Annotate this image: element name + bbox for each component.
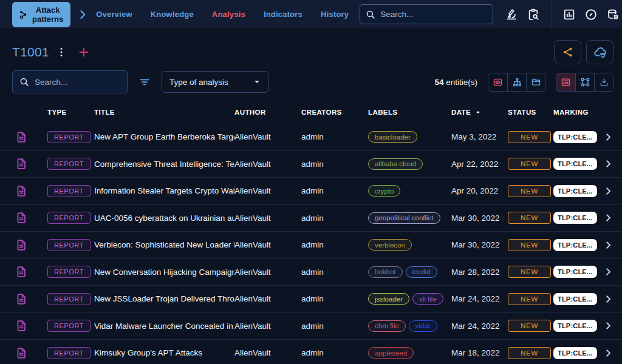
- table-header-row: TYPETITLEAUTHORCREATORSLABELSDATESTATUSM…: [0, 101, 622, 124]
- table-row[interactable]: REPORTNew Conversation Hijacking Campaig…: [0, 259, 622, 286]
- type-chip: REPORT: [47, 239, 91, 251]
- chevron-right-icon[interactable]: [603, 348, 613, 359]
- title-cell: New APT Group Earth Berberoka Targets ..…: [94, 132, 234, 141]
- table-row[interactable]: REPORTKimsuky Group's APT AttacksAlienVa…: [0, 340, 622, 364]
- creators-cell: admin: [301, 348, 368, 357]
- chevron-right-icon[interactable]: [603, 320, 613, 331]
- column-header-type[interactable]: TYPE: [47, 109, 94, 116]
- label-chip[interactable]: crypto: [368, 185, 400, 197]
- tab-analysis[interactable]: Analysis: [212, 10, 245, 19]
- entity-type-chip[interactable]: Attack patterns: [12, 2, 70, 27]
- view-buttons-group: [556, 73, 613, 92]
- breadcrumb-chevron-icon: [77, 8, 89, 21]
- status-chip: NEW: [508, 347, 551, 359]
- label-chip[interactable]: verblecon: [368, 239, 412, 251]
- labels-cell: alibaba cloud: [368, 158, 451, 170]
- clipboard-search-icon[interactable]: [524, 5, 543, 24]
- creators-cell: admin: [301, 322, 368, 331]
- tab-history[interactable]: History: [321, 10, 349, 19]
- cloud-sync-icon[interactable]: [586, 40, 613, 64]
- topbar-divider: [552, 0, 552, 29]
- label-chip[interactable]: geopolitical conflict: [368, 212, 440, 224]
- table-row[interactable]: REPORTInformation Stealer Targets Crypto…: [0, 178, 622, 205]
- column-header-author[interactable]: AUTHOR: [234, 109, 301, 116]
- list-search-input[interactable]: [35, 78, 121, 87]
- filter-icon[interactable]: [138, 75, 151, 89]
- table-row[interactable]: REPORTVidar Malware Launcher Concealed i…: [0, 313, 622, 340]
- title-cell: Information Stealer Targets Crypto Walle…: [94, 186, 234, 195]
- creators-cell: admin: [301, 268, 368, 277]
- column-header-creators[interactable]: CREATORS: [301, 109, 368, 116]
- share-icon[interactable]: [554, 40, 581, 64]
- label-chip[interactable]: appleseed: [368, 347, 414, 359]
- author-cell: AlienVault: [234, 322, 301, 331]
- label-chip[interactable]: xll file: [412, 293, 443, 305]
- type-chip: REPORT: [47, 347, 91, 359]
- marking-chip: TLP:CLE...: [553, 212, 597, 224]
- table-row[interactable]: REPORTNew APT Group Earth Berberoka Targ…: [0, 124, 622, 151]
- label-chip[interactable]: vidar: [409, 320, 437, 332]
- kebab-menu-icon[interactable]: [55, 46, 67, 58]
- type-of-analysis-select[interactable]: Type of analysis: [162, 71, 268, 93]
- chevron-right-icon[interactable]: [603, 212, 613, 223]
- tab-indicators[interactable]: Indicators: [264, 10, 302, 19]
- entity-count-label: entitie(s): [446, 78, 477, 87]
- chevron-right-icon[interactable]: [603, 240, 613, 251]
- investigations-icon[interactable]: [502, 5, 521, 24]
- download-icon[interactable]: [594, 73, 613, 91]
- column-header-status[interactable]: STATUS: [508, 109, 553, 116]
- column-header-marking[interactable]: MARKING: [553, 109, 598, 116]
- entity-count: 54 entitie(s): [434, 78, 477, 87]
- global-search-input[interactable]: [380, 10, 488, 19]
- global-search: [360, 4, 493, 24]
- label-chip[interactable]: chm file: [368, 320, 406, 332]
- dashboards-icon[interactable]: [559, 5, 579, 24]
- page-header: T1001: [0, 29, 622, 64]
- chevron-right-icon[interactable]: [603, 294, 613, 305]
- author-cell: AlienVault: [234, 268, 301, 277]
- chevron-right-icon[interactable]: [603, 266, 613, 277]
- report-file-icon: [15, 184, 28, 198]
- list-view-icon[interactable]: [556, 73, 575, 91]
- title-cell: Verblecon: Sophisticated New Loader Use.…: [94, 240, 234, 249]
- table-row[interactable]: REPORTComprehensive Threat Intelligence:…: [0, 151, 622, 178]
- column-header-date[interactable]: DATE: [451, 108, 508, 116]
- status-chip: NEW: [508, 158, 551, 170]
- table-row[interactable]: REPORTVerblecon: Sophisticated New Loade…: [0, 232, 622, 259]
- table-row[interactable]: REPORTUAC-0056 cyberattack on Ukrainian …: [0, 205, 622, 232]
- date-cell: Mar 28, 2022: [451, 268, 508, 277]
- marking-chip: TLP:CLE...: [553, 239, 597, 251]
- preview-buttons-group: [488, 73, 545, 92]
- graph-view-icon[interactable]: [575, 73, 594, 91]
- date-cell: May 3, 2022: [451, 132, 508, 141]
- chevron-right-icon[interactable]: [603, 132, 613, 143]
- label-chip[interactable]: basicloader: [368, 131, 417, 143]
- folder-view-icon[interactable]: [526, 73, 545, 91]
- label-chip[interactable]: bokbot: [368, 266, 403, 278]
- type-chip: REPORT: [47, 212, 91, 224]
- topbar-actions: [502, 0, 622, 29]
- labels-cell: geopolitical conflict: [368, 212, 451, 224]
- list-toolbar: Type of analysis 54 entitie(s): [0, 64, 622, 93]
- add-icon[interactable]: [77, 46, 91, 59]
- chevron-right-icon[interactable]: [603, 186, 613, 197]
- label-chip[interactable]: jssloader: [368, 293, 409, 305]
- tree-view-icon[interactable]: [507, 73, 526, 91]
- marking-chip: TLP:CLE...: [553, 131, 597, 143]
- tab-overview[interactable]: Overview: [96, 10, 132, 19]
- data-icon[interactable]: [603, 5, 622, 24]
- labels-cell: crypto: [368, 185, 451, 197]
- tab-knowledge[interactable]: Knowledge: [151, 10, 194, 19]
- explore-icon[interactable]: [581, 5, 601, 24]
- chevron-right-icon[interactable]: [603, 158, 613, 169]
- page-header-actions: [554, 40, 613, 64]
- column-header-labels[interactable]: LABELS: [368, 109, 451, 116]
- column-header-title[interactable]: TITLE: [94, 109, 234, 116]
- sort-asc-icon: [474, 108, 482, 116]
- table-row[interactable]: REPORTNew JSSLoader Trojan Delivered Thr…: [0, 286, 622, 313]
- status-chip: NEW: [508, 266, 551, 278]
- label-chip[interactable]: alibaba cloud: [368, 158, 423, 170]
- report-file-icon: [15, 346, 28, 360]
- label-chip[interactable]: icedid: [406, 266, 437, 278]
- eye-preview-icon[interactable]: [488, 73, 507, 91]
